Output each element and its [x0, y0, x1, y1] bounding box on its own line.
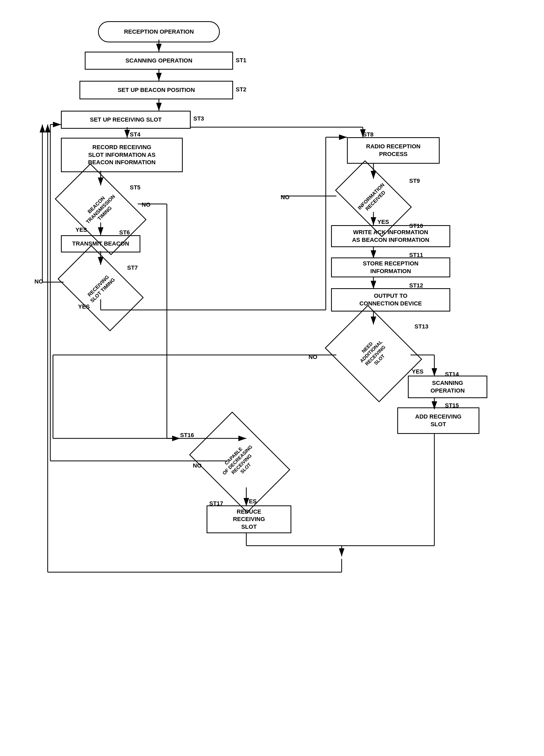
scanning-operation-label: SCANNING OPERATION	[126, 57, 193, 65]
store-reception-node: STORE RECEPTION INFORMATION	[331, 257, 450, 277]
st13-label: ST13	[414, 323, 429, 330]
beacon-transmission-diamond-container: BEACON TRANSMISSION TIMING	[61, 184, 140, 234]
output-connection-node: OUTPUT TO CONNECTION DEVICE	[331, 288, 450, 312]
add-receiving-slot-label: ADD RECEIVING SLOT	[415, 413, 462, 428]
no-additional-label: NO	[309, 354, 317, 361]
st4-label: ST4	[130, 131, 140, 138]
radio-reception-node: RADIO RECEPTION PROCESS	[347, 137, 440, 164]
yes-receiving-label: YES	[78, 303, 90, 310]
st7-label: ST7	[127, 264, 138, 271]
scanning-operation-node: SCANNING OPERATION	[85, 52, 233, 70]
st1-label: ST1	[236, 57, 246, 64]
scanning-operation2-node: SCANNING OPERATION	[408, 376, 487, 398]
no-info-label: NO	[281, 194, 289, 201]
information-received-label: INFORMATION RECEIVED	[357, 182, 390, 215]
transmit-beacon-label: TRANSMIT BEACON	[72, 240, 129, 248]
st9-label: ST9	[409, 177, 420, 184]
need-additional-label: NEED ADDITIONAL RECEIVING SLOT	[355, 335, 392, 372]
store-reception-label: STORE RECEPTION INFORMATION	[363, 260, 418, 275]
scanning-operation2-label: SCANNING OPERATION	[430, 379, 465, 394]
reduce-receiving-label: REDUCE RECEIVING SLOT	[233, 508, 265, 531]
information-received-diamond-container: INFORMATION RECEIVED	[340, 177, 407, 220]
st16-label: ST16	[180, 432, 194, 439]
diagram-container: RECEPTION OPERATION SCANNING OPERATION S…	[0, 0, 544, 756]
transmit-beacon-node: TRANSMIT BEACON	[61, 235, 140, 252]
reception-operation-node: RECEPTION OPERATION	[98, 21, 220, 42]
yes-additional-label: YES	[412, 368, 423, 375]
beacon-transmission-label: BEACON TRANSMISSION TIMING	[81, 189, 121, 229]
yes-capable-label: YES	[245, 498, 257, 505]
receiving-slot-timing-diamond-container: RECEIVING SLOT TIMING	[64, 264, 138, 312]
flowchart-wrapper: RECEPTION OPERATION SCANNING OPERATION S…	[26, 11, 503, 739]
set-up-receiving-label: SET UP RECEIVING SLOT	[90, 116, 162, 124]
st5-label: ST5	[130, 184, 140, 191]
add-receiving-slot-node: ADD RECEIVING SLOT	[397, 407, 479, 434]
record-receiving-label: RECORD RECEIVING SLOT INFORMATION AS BEA…	[88, 144, 155, 166]
no-receiving-label: NO	[34, 278, 43, 285]
reception-operation-label: RECEPTION OPERATION	[124, 28, 194, 36]
need-additional-diamond-container: NEED ADDITIONAL RECEIVING SLOT	[335, 323, 412, 384]
yes-info-label: YES	[377, 219, 389, 225]
set-up-receiving-node: SET UP RECEIVING SLOT	[61, 111, 191, 129]
st2-label: ST2	[236, 86, 246, 93]
capable-decreasing-diamond-container: CAPABLE OF DECREASING RECEIVING SLOT	[199, 432, 281, 493]
set-up-beacon-node: SET UP BEACON POSITION	[79, 81, 233, 99]
write-ack-node: WRITE ACK INFORMATION AS BEACON INFORMAT…	[331, 225, 450, 247]
capable-decreasing-label: CAPABLE OF DECREASING RECEIVING SLOT	[217, 440, 262, 484]
yes-beacon-label: YES	[75, 226, 87, 233]
set-up-beacon-label: SET UP BEACON POSITION	[118, 86, 195, 94]
no-beacon-label: NO	[142, 201, 150, 208]
write-ack-label: WRITE ACK INFORMATION AS BEACON INFORMAT…	[352, 229, 429, 244]
st3-label: ST3	[193, 115, 204, 122]
radio-reception-label: RADIO RECEPTION PROCESS	[366, 143, 420, 158]
record-receiving-node: RECORD RECEIVING SLOT INFORMATION AS BEA…	[61, 138, 183, 172]
receiving-slot-timing-label: RECEIVING SLOT TIMING	[85, 273, 117, 304]
reduce-receiving-node: REDUCE RECEIVING SLOT	[207, 505, 291, 533]
no-capable-label: NO	[193, 462, 202, 469]
output-connection-label: OUTPUT TO CONNECTION DEVICE	[359, 292, 422, 307]
